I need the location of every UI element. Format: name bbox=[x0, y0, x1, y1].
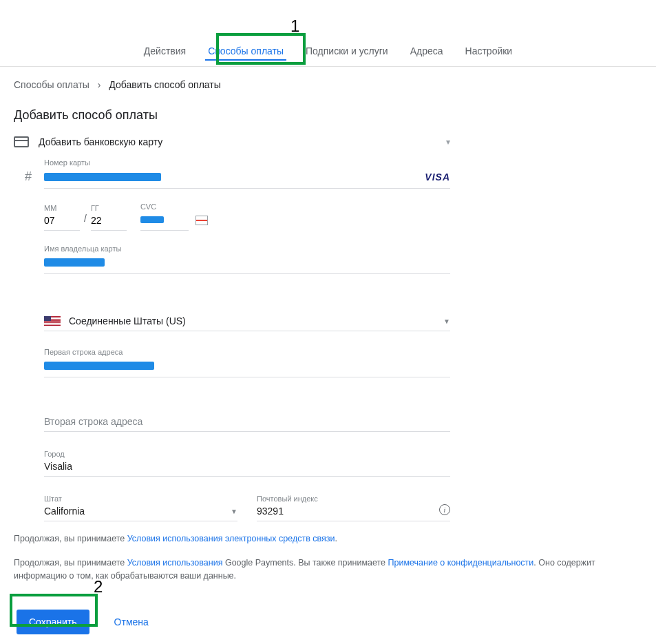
country-label: Соединенные Штаты (US) bbox=[69, 315, 435, 326]
cardholder-name-field[interactable]: Имя владельца карты bbox=[44, 245, 450, 280]
payment-method-label: Добавить банковскую карту bbox=[39, 136, 436, 147]
breadcrumb-sep: › bbox=[92, 79, 107, 90]
tab-payment-methods[interactable]: Способы оплаты bbox=[197, 39, 295, 66]
expiry-year-field[interactable]: ГГ bbox=[91, 204, 127, 231]
cancel-button[interactable]: Отмена bbox=[114, 616, 149, 627]
tab-addresses[interactable]: Адреса bbox=[399, 39, 454, 66]
expiry-year-input[interactable] bbox=[91, 212, 127, 231]
state-value: California bbox=[44, 506, 85, 517]
state-label: Штат bbox=[44, 495, 237, 503]
annotation-number-2: 2 bbox=[94, 577, 103, 596]
top-nav: Действия Способы оплаты Подписки и услуг… bbox=[0, 0, 656, 67]
expiry-month-field[interactable]: ММ bbox=[44, 204, 80, 231]
cardholder-name-label: Имя владельца карты bbox=[44, 245, 450, 253]
link-e-comm-terms[interactable]: Условия использования электронных средст… bbox=[127, 534, 335, 543]
zip-field[interactable]: Почтовый индекс 93291 i bbox=[257, 495, 450, 521]
city-field[interactable]: Город Visalia bbox=[44, 450, 450, 477]
tab-settings[interactable]: Настройки bbox=[454, 39, 524, 66]
dropdown-icon: ▼ bbox=[443, 318, 450, 325]
hash-icon: # bbox=[25, 169, 36, 184]
us-flag-icon bbox=[44, 316, 61, 326]
card-icon bbox=[14, 136, 29, 147]
expiry-month-label: ММ bbox=[44, 204, 80, 212]
address-line2-placeholder: Вторая строка адреса bbox=[44, 412, 450, 432]
page-title: Добавить способ оплаты bbox=[14, 96, 642, 132]
address-line2-field[interactable]: Вторая строка адреса bbox=[44, 412, 450, 432]
tab-subscriptions[interactable]: Подписки и услуги bbox=[295, 39, 399, 66]
address-line1-value-redacted bbox=[44, 362, 154, 370]
tab-actions[interactable]: Действия bbox=[133, 39, 197, 66]
save-button[interactable]: Сохранить bbox=[17, 610, 89, 634]
address-line1-field[interactable]: Первая строка адреса bbox=[44, 348, 450, 377]
zip-label: Почтовый индекс bbox=[257, 495, 450, 503]
payment-method-selector[interactable]: Добавить банковскую карту ▾ bbox=[14, 132, 454, 158]
city-label: Город bbox=[44, 450, 450, 458]
card-number-label: Номер карты bbox=[44, 158, 450, 167]
expiry-month-input[interactable] bbox=[44, 212, 80, 231]
address-line1-label: Первая строка адреса bbox=[44, 348, 450, 356]
visa-logo: VISA bbox=[425, 172, 450, 183]
breadcrumb-root[interactable]: Способы оплаты bbox=[14, 79, 89, 90]
dropdown-icon: ▼ bbox=[231, 508, 237, 515]
terms-text: Продолжая, вы принимаете Условия использ… bbox=[14, 532, 642, 582]
link-privacy-notice[interactable]: Примечание о конфиденциальности bbox=[388, 558, 533, 568]
expiry-separator: / bbox=[80, 213, 91, 231]
card-number-field[interactable]: Номер карты # VISA bbox=[44, 158, 450, 189]
breadcrumb: Способы оплаты › Добавить способ оплаты bbox=[14, 67, 642, 96]
city-value: Visalia bbox=[44, 458, 450, 472]
link-terms-of-use[interactable]: Условия использования bbox=[127, 558, 223, 568]
annotation-number-1: 1 bbox=[290, 17, 299, 36]
cvc-field[interactable]: CVC bbox=[140, 202, 189, 231]
breadcrumb-current: Добавить способ оплаты bbox=[109, 79, 220, 90]
cvc-card-icon bbox=[195, 216, 208, 225]
zip-value: 93291 bbox=[257, 503, 450, 517]
chevron-down-icon: ▾ bbox=[446, 137, 450, 147]
cvc-value-redacted bbox=[140, 216, 164, 223]
country-selector[interactable]: Соединенные Штаты (US) ▼ bbox=[44, 311, 450, 331]
expiry-year-label: ГГ bbox=[91, 204, 127, 212]
cvc-label: CVC bbox=[140, 202, 189, 211]
info-icon[interactable]: i bbox=[439, 504, 450, 515]
cardholder-name-value-redacted bbox=[44, 258, 105, 267]
card-number-value-redacted bbox=[44, 173, 161, 181]
state-field[interactable]: Штат California ▼ bbox=[44, 495, 237, 521]
